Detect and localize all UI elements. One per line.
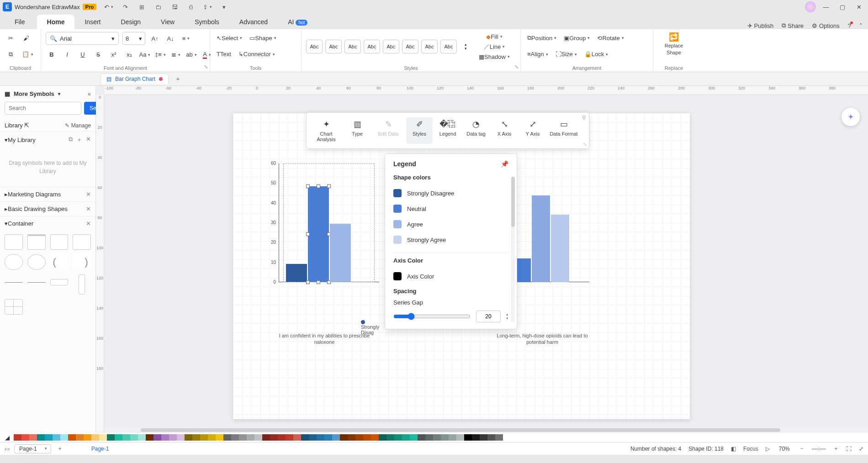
section-close-1[interactable]: ✕: [86, 191, 91, 198]
zoom-in[interactable]: ＋: [833, 445, 839, 452]
font-size-select[interactable]: 8▾: [122, 32, 145, 45]
fullscreen[interactable]: ⤢: [859, 446, 863, 452]
connector-tool[interactable]: ↳ Connector: [237, 48, 277, 60]
legend-row-2[interactable]: Agree: [393, 216, 508, 232]
styles-dialog-launcher[interactable]: ⤡: [514, 64, 519, 70]
color-swatch-11[interactable]: [99, 434, 107, 441]
legend-row-1[interactable]: Neutral: [393, 201, 508, 216]
collapse-left-panel[interactable]: «: [88, 90, 91, 97]
redo-button[interactable]: ↷: [119, 2, 131, 12]
color-swatch-52[interactable]: [418, 434, 425, 441]
section-close-3[interactable]: ✕: [86, 220, 91, 227]
color-swatch-27[interactable]: [223, 434, 231, 441]
color-swatch-35[interactable]: [286, 434, 293, 441]
color-swatch-12[interactable]: [107, 434, 115, 441]
color-swatch-17[interactable]: [146, 434, 153, 441]
section-container[interactable]: ▾ Container✕: [0, 216, 95, 231]
color-swatch-18[interactable]: [153, 434, 161, 441]
options-button[interactable]: ⚙Options: [812, 22, 840, 29]
color-swatch-50[interactable]: [402, 434, 410, 441]
style-chip-4[interactable]: Abc: [364, 40, 380, 53]
color-swatch-34[interactable]: [278, 434, 286, 441]
tab-view[interactable]: View: [151, 15, 185, 29]
eyedropper-button[interactable]: ◢: [4, 434, 11, 441]
italic-button[interactable]: I: [61, 49, 73, 61]
color-swatch-61[interactable]: [487, 434, 495, 441]
tab-home[interactable]: Home: [37, 15, 75, 29]
page-nav-icon[interactable]: ▭: [5, 446, 10, 452]
color-swatch-8[interactable]: [76, 434, 84, 441]
symbol-search-input[interactable]: [5, 102, 81, 115]
color-swatch-30[interactable]: [247, 434, 254, 441]
section-close-2[interactable]: ✕: [86, 205, 91, 212]
paste-button[interactable]: 📋: [20, 48, 35, 60]
select-tool[interactable]: ↖ Select: [215, 32, 244, 44]
shape-ellipse[interactable]: [27, 254, 46, 270]
style-chip-2[interactable]: Abc: [325, 40, 342, 53]
color-swatch-9[interactable]: [84, 434, 91, 441]
color-swatch-32[interactable]: [262, 434, 270, 441]
chart-tool-yaxis[interactable]: ⤢Y Axis: [519, 117, 546, 144]
chart-tool-datatag[interactable]: ◔Data tag: [463, 117, 489, 144]
style-chip-1[interactable]: Abc: [306, 40, 323, 53]
ai-assistant-button[interactable]: ✦: [842, 108, 860, 126]
color-swatch-23[interactable]: [192, 434, 200, 441]
color-swatch-4[interactable]: [45, 434, 53, 441]
group-button[interactable]: ▣ Group: [562, 32, 592, 44]
font-family-select[interactable]: 🔍Arial▾: [46, 32, 119, 45]
export-button[interactable]: ⇪: [201, 2, 213, 12]
line-spacing[interactable]: ‡≡: [154, 49, 166, 61]
color-swatch-38[interactable]: [309, 434, 317, 441]
color-swatch-42[interactable]: [340, 434, 348, 441]
canvas-h-scrollbar[interactable]: [104, 427, 868, 433]
mylib-close[interactable]: ✕: [86, 136, 91, 144]
color-swatch-21[interactable]: [177, 434, 185, 441]
shape-bracket-r[interactable]: [73, 254, 91, 270]
section-marketing[interactable]: ▸ Marketing Diagrams✕: [0, 187, 95, 201]
legend-scrollbar[interactable]: [511, 177, 515, 322]
align-menu[interactable]: ≡: [180, 32, 192, 44]
legend-pin[interactable]: 📌: [501, 160, 508, 168]
color-swatch-62[interactable]: [495, 434, 503, 441]
layers-button[interactable]: ◧: [731, 446, 736, 452]
color-swatch-14[interactable]: [122, 434, 130, 441]
color-swatch-51[interactable]: [410, 434, 418, 441]
shape-thin[interactable]: [50, 279, 69, 285]
align-arrange-button[interactable]: ≡ Align: [525, 48, 550, 60]
collapse-ribbon[interactable]: ˄: [859, 22, 863, 29]
tab-insert[interactable]: Insert: [74, 15, 111, 29]
color-swatch-54[interactable]: [433, 434, 441, 441]
add-page-button[interactable]: ＋: [56, 445, 64, 453]
rotate-button[interactable]: ⟲ Rotate: [595, 32, 625, 44]
save-button[interactable]: 🖫: [169, 2, 180, 12]
tab-symbols[interactable]: Symbols: [185, 15, 229, 29]
color-swatch-49[interactable]: [394, 434, 402, 441]
style-chip-6[interactable]: Abc: [402, 40, 418, 53]
lock-button[interactable]: 🔒 Lock: [582, 48, 610, 60]
shape-table[interactable]: [5, 299, 23, 315]
format-painter[interactable]: 🖌: [20, 32, 32, 44]
chart-tool-type[interactable]: ▥Type: [344, 117, 370, 144]
underline-button[interactable]: U: [77, 49, 89, 61]
case-button[interactable]: Aa: [139, 49, 151, 61]
open-button[interactable]: 🗀: [152, 2, 164, 12]
color-swatch-16[interactable]: [138, 434, 146, 441]
color-swatch-19[interactable]: [161, 434, 169, 441]
color-swatch-25[interactable]: [208, 434, 216, 441]
shadow-button[interactable]: ▦ Shadow: [477, 52, 512, 61]
size-button[interactable]: ⛶ Size: [554, 48, 579, 60]
shape-tabbed[interactable]: [27, 234, 46, 250]
help-button[interactable]: ?: [848, 22, 851, 29]
publish-button[interactable]: ✈Publish: [747, 22, 774, 29]
color-swatch-56[interactable]: [449, 434, 456, 441]
manage-library[interactable]: ✎ Manage: [65, 122, 91, 129]
mylib-new[interactable]: ⧉: [69, 136, 73, 144]
share-button[interactable]: ⧉Share: [782, 22, 804, 29]
color-swatch-13[interactable]: [115, 434, 122, 441]
line-button[interactable]: ／ Line: [477, 42, 512, 51]
superscript-button[interactable]: x²: [108, 49, 120, 61]
series-gap-stepper[interactable]: ▴▾: [506, 312, 508, 321]
mylib-add[interactable]: ＋: [76, 136, 82, 144]
mylibrary-dropzone[interactable]: Drag symbols here to add to My Library: [5, 150, 91, 184]
presentation-button[interactable]: ▷: [766, 446, 770, 452]
